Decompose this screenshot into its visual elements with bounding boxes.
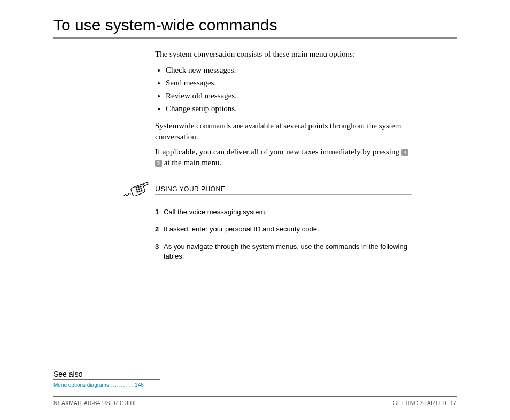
page-footer: NEAXMAIL AD-64 USER GUIDE GETTING STARTE…	[53, 396, 457, 406]
bullet-list: Check new messages. Send messages. Revie…	[155, 64, 412, 115]
section-header: USING YOUR PHONE	[123, 181, 412, 199]
step-item: 2 If asked, enter your personal ID and s…	[155, 224, 412, 234]
footer-page-number: 17	[450, 400, 457, 406]
step-number: 1	[155, 207, 164, 217]
link-page: 146	[135, 382, 144, 388]
footer-left: NEAXMAIL AD-64 USER GUIDE	[53, 400, 138, 406]
svg-point-3	[140, 186, 141, 187]
see-also-link[interactable]: Menu options diagrams............ 146	[53, 382, 160, 388]
section-label-firstcap: U	[155, 184, 161, 193]
footer-section: GETTING STARTED	[393, 400, 446, 406]
step-item: 1 Call the voice messaging system.	[155, 207, 412, 217]
keypad-key-icon: 5	[155, 160, 162, 167]
section-label-wrap: USING YOUR PHONE	[155, 184, 412, 195]
svg-point-7	[137, 191, 138, 192]
see-also-block: See also Menu options diagrams..........…	[53, 370, 160, 388]
link-dots: ............	[109, 382, 133, 388]
svg-point-4	[136, 189, 137, 190]
see-also-rule	[53, 379, 160, 380]
keypad-key-icon: 4	[401, 149, 408, 156]
paragraph: Systemwide commands are available at sev…	[155, 120, 412, 142]
section-label-rest: SING YOUR PHONE	[161, 185, 226, 193]
svg-point-9	[141, 190, 142, 191]
bullet-item: Send messages.	[166, 76, 412, 89]
step-number: 2	[155, 224, 164, 234]
svg-point-6	[141, 188, 142, 189]
svg-point-8	[139, 191, 140, 192]
link-text: Menu options diagrams	[53, 382, 109, 388]
svg-point-5	[138, 189, 140, 190]
section-rule	[155, 194, 412, 195]
text-run: If applicable, you can deliver all of yo…	[155, 147, 401, 156]
title-rule	[53, 37, 457, 39]
see-also-title: See also	[53, 370, 160, 378]
phone-icon	[123, 181, 150, 199]
svg-point-2	[138, 186, 139, 188]
svg-point-1	[136, 187, 137, 188]
document-page: To use system-wide commands The system c…	[0, 0, 510, 420]
step-number: 3	[155, 242, 164, 261]
bullet-item: Change setup options.	[166, 102, 412, 115]
page-title: To use system-wide commands	[53, 16, 457, 34]
paragraph: If applicable, you can deliver all of yo…	[155, 146, 412, 168]
footer-right: GETTING STARTED 17	[393, 400, 457, 406]
step-text: If asked, enter your personal ID and sec…	[164, 224, 319, 234]
steps-list: 1 Call the voice messaging system. 2 If …	[155, 207, 412, 261]
step-text: Call the voice messaging system.	[164, 207, 267, 217]
step-text: As you navigate through the system menus…	[164, 242, 412, 261]
bullet-item: Review old messages.	[166, 89, 412, 102]
text-run: at the main menu.	[162, 158, 221, 167]
step-item: 3 As you navigate through the system men…	[155, 242, 412, 261]
svg-rect-0	[130, 184, 145, 197]
intro-paragraph: The system conversation consists of thes…	[155, 49, 412, 59]
section-label: USING YOUR PHONE	[155, 184, 412, 193]
bullet-item: Check new messages.	[166, 64, 412, 76]
body-column: The system conversation consists of thes…	[155, 49, 412, 168]
